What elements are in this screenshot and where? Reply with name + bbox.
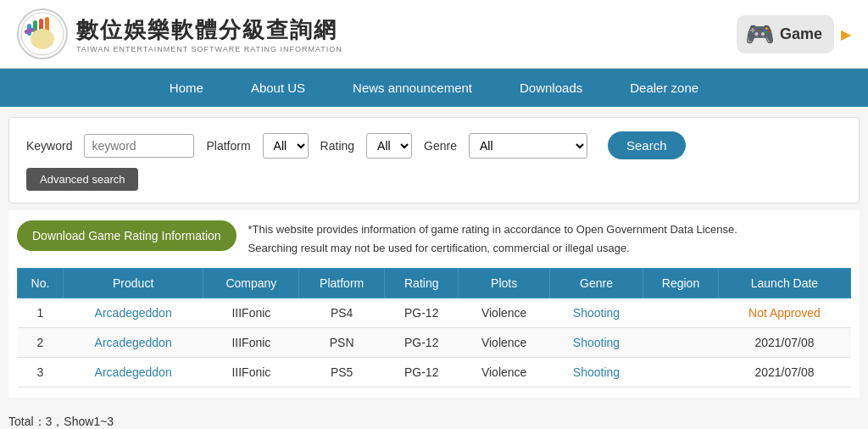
cell-plots: Violence xyxy=(459,358,549,387)
header-arrow-icon: ▶ xyxy=(841,26,851,42)
col-plots: Plots xyxy=(459,269,549,298)
genre-select[interactable]: All xyxy=(469,133,587,159)
col-no: No. xyxy=(18,269,64,298)
cell-plots: Violence xyxy=(459,328,549,358)
cell-genre-link[interactable]: Shooting xyxy=(573,306,620,320)
search-section: Keyword Platform All Rating All Genre Al… xyxy=(8,117,860,203)
cell-product-link[interactable]: Arcadegeddon xyxy=(95,336,172,349)
nav-about[interactable]: About US xyxy=(227,69,329,107)
results-table: No. Product Company Platform Rating Plot… xyxy=(17,268,851,387)
site-header: 數位娛樂軟體分級查詢網 TAIWAN ENTERTAINMENT SOFTWAR… xyxy=(0,0,868,69)
main-nav: Home About US News announcement Download… xyxy=(0,69,868,107)
platform-select[interactable]: All xyxy=(263,133,309,159)
search-button[interactable]: Search xyxy=(608,131,686,159)
cell-product-link[interactable]: Arcadegeddon xyxy=(95,365,172,379)
game-label: Game xyxy=(780,25,822,43)
notice-line1: *This website provides information of ga… xyxy=(248,220,737,239)
gamepad-icon: 🎮 xyxy=(745,20,775,48)
genre-label: Genre xyxy=(424,139,457,153)
cell-launch-date: 2021/07/08 xyxy=(718,358,850,387)
cell-rating: PG-12 xyxy=(385,358,459,387)
cell-genre-link[interactable]: Shooting xyxy=(573,365,620,379)
nav-downloads[interactable]: Downloads xyxy=(496,69,606,107)
nav-dealer[interactable]: Dealer zone xyxy=(606,69,722,107)
cell-platform: PS5 xyxy=(299,358,385,387)
col-company: Company xyxy=(203,269,299,298)
table-header-row: No. Product Company Platform Rating Plot… xyxy=(18,269,851,298)
cell-region xyxy=(643,328,719,358)
cell-product[interactable]: Arcadegeddon xyxy=(63,328,203,358)
logo-text-area: 數位娛樂軟體分級查詢網 TAIWAN ENTERTAINMENT SOFTWAR… xyxy=(76,15,342,53)
col-product: Product xyxy=(63,269,203,298)
cell-platform: PS4 xyxy=(299,298,385,328)
rating-select[interactable]: All xyxy=(366,133,412,159)
cell-region xyxy=(643,358,719,387)
cell-rating: PG-12 xyxy=(385,298,459,328)
cell-no: 3 xyxy=(18,358,64,387)
header-right: 🎮 Game ▶ xyxy=(737,15,851,53)
logo-circle xyxy=(17,8,68,59)
logo-area: 數位娛樂軟體分級查詢網 TAIWAN ENTERTAINMENT SOFTWAR… xyxy=(17,8,342,59)
keyword-input[interactable] xyxy=(84,134,194,158)
logo-title: 數位娛樂軟體分級查詢網 xyxy=(76,15,342,45)
cell-genre[interactable]: Shooting xyxy=(549,298,643,328)
download-button[interactable]: Download Game Rating Information xyxy=(17,220,236,251)
notice-text: *This website provides information of ga… xyxy=(248,220,737,258)
logo-svg xyxy=(20,12,64,56)
cell-launch-date-text: Not Approved xyxy=(748,306,821,320)
cell-genre-link[interactable]: Shooting xyxy=(573,336,620,349)
cell-region xyxy=(643,298,719,328)
nav-news[interactable]: News announcement xyxy=(329,69,496,107)
cell-no: 1 xyxy=(18,298,64,328)
cell-company: IIIFonic xyxy=(203,328,299,358)
cell-genre[interactable]: Shooting xyxy=(549,328,643,358)
cell-launch-date: 2021/07/08 xyxy=(718,328,850,358)
cell-plots: Violence xyxy=(459,298,549,328)
cell-product[interactable]: Arcadegeddon xyxy=(63,358,203,387)
total-text: Total：3，Show1~3 xyxy=(8,415,114,428)
table-row: 1ArcadegeddonIIIFonicPS4PG-12ViolenceSho… xyxy=(18,298,851,328)
cell-company: IIIFonic xyxy=(203,358,299,387)
svg-point-6 xyxy=(31,29,54,49)
total-row: Total：3，Show1~3 xyxy=(0,406,868,429)
advanced-search-button[interactable]: Advanced search xyxy=(26,168,138,191)
col-rating: Rating xyxy=(385,269,459,298)
notice-line2: Searching result may not be used for cer… xyxy=(248,239,737,258)
col-genre: Genre xyxy=(549,269,643,298)
cell-rating: PG-12 xyxy=(385,328,459,358)
col-platform: Platform xyxy=(299,269,385,298)
rating-label: Rating xyxy=(320,139,354,153)
cell-company: IIIFonic xyxy=(203,298,299,328)
col-launch-date: Launch Date xyxy=(718,269,850,298)
logo-subtitle: TAIWAN ENTERTAINMENT SOFTWARE RATING INF… xyxy=(76,45,342,53)
main-content: Download Game Rating Information *This w… xyxy=(8,210,860,398)
cell-product[interactable]: Arcadegeddon xyxy=(63,298,203,328)
nav-home[interactable]: Home xyxy=(146,69,227,107)
download-row: Download Game Rating Information *This w… xyxy=(17,220,851,258)
table-row: 3ArcadegeddonIIIFonicPS5PG-12ViolenceSho… xyxy=(18,358,851,387)
search-row: Keyword Platform All Rating All Genre Al… xyxy=(26,131,842,159)
cell-product-link[interactable]: Arcadegeddon xyxy=(95,306,172,320)
advanced-search-row: Advanced search xyxy=(26,159,842,191)
game-icon-box: 🎮 Game xyxy=(737,15,834,53)
cell-genre[interactable]: Shooting xyxy=(549,358,643,387)
keyword-label: Keyword xyxy=(26,139,72,153)
cell-launch-date: Not Approved xyxy=(718,298,850,328)
col-region: Region xyxy=(643,269,719,298)
table-row: 2ArcadegeddonIIIFonicPSNPG-12ViolenceSho… xyxy=(18,328,851,358)
cell-platform: PSN xyxy=(299,328,385,358)
platform-label: Platform xyxy=(206,139,250,153)
cell-no: 2 xyxy=(18,328,64,358)
